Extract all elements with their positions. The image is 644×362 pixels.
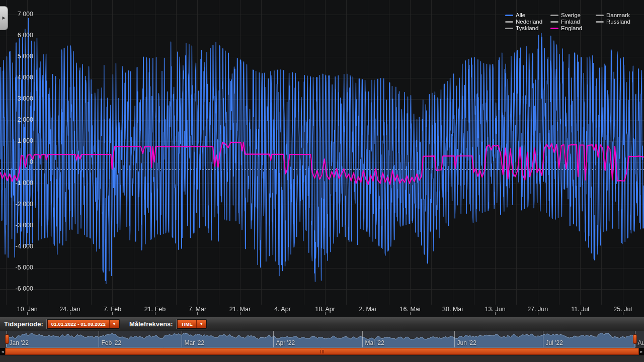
dropdown-arrow-icon: ▼ — [196, 320, 206, 328]
scroll-right-button[interactable]: ► — [639, 348, 644, 355]
x-axis-label: 10. Jan — [7, 306, 47, 313]
legend-label: England — [561, 25, 582, 31]
y-axis-label: -3 000 — [0, 222, 33, 229]
legend-column: AlleNederlandTyskland — [505, 12, 541, 31]
expand-panel-button[interactable]: ▶ — [0, 6, 8, 30]
malefrekvens-value: TIME — [178, 320, 197, 328]
bottom-strip — [0, 355, 644, 362]
navigator-left-handle[interactable] — [5, 334, 9, 344]
legend-marker — [505, 21, 513, 23]
y-axis-label: 3 000 — [0, 95, 33, 102]
navigator-month-label: Aug '22 — [638, 339, 644, 346]
legend-item-sverige[interactable]: Sverige — [550, 12, 587, 18]
navigator-month-label: Jul '22 — [546, 339, 563, 346]
legend-item-finland[interactable]: Finland — [550, 19, 587, 25]
navigator[interactable]: Jan '22Feb '22Mar '22Apr '22Mai '22Jun '… — [0, 331, 644, 348]
x-axis-label: 25. Jul — [603, 306, 643, 313]
legend-item-russland[interactable]: Russland — [596, 19, 632, 25]
navigator-month-label: Mar '22 — [185, 339, 205, 346]
y-axis-label: 0 — [0, 158, 33, 165]
scrollbar-thumb[interactable] — [5, 348, 639, 355]
legend-marker — [550, 28, 558, 29]
x-axis-label: 18. Apr — [305, 306, 345, 313]
y-axis-label: -4 000 — [0, 243, 33, 250]
legend-item-england[interactable]: England — [550, 25, 587, 31]
navigator-month-label: Mai '22 — [365, 339, 384, 346]
navigator-month-label: Feb '22 — [102, 339, 122, 346]
y-axis-label: 5 000 — [0, 53, 33, 60]
navigator-right-handle[interactable] — [633, 334, 637, 344]
y-axis-label: 6 000 — [0, 32, 33, 39]
legend-column: SverigeFinlandEngland — [550, 12, 587, 31]
x-axis-label: 16. Mai — [390, 306, 430, 313]
legend-label: Finland — [561, 19, 580, 25]
x-axis-label: 21. Mar — [220, 306, 260, 313]
dropdown-arrow-icon: ▼ — [109, 320, 119, 328]
legend-marker — [550, 21, 558, 23]
y-axis-label: 2 000 — [0, 116, 33, 123]
chart-region: 7 0006 0005 0004 0003 0002 0001 0000-1 0… — [0, 0, 644, 317]
malefrekvens-dropdown[interactable]: TIME ▼ — [177, 320, 207, 328]
navigator-month-label: Jan '22 — [10, 339, 29, 346]
x-axis-label: 13. Jun — [475, 306, 515, 313]
x-axis-label: 27. Jun — [518, 306, 558, 313]
chart-legend: AlleNederlandTysklandSverigeFinlandEngla… — [505, 12, 632, 31]
x-axis-label: 2. Mai — [348, 306, 388, 313]
y-axis-label: 1 000 — [0, 137, 33, 144]
legend-item-nederland[interactable]: Nederland — [505, 19, 541, 25]
y-axis-label: -6 000 — [0, 285, 33, 292]
scroll-left-button[interactable]: ◄ — [0, 348, 5, 355]
navigator-month-label: Jun '22 — [457, 339, 476, 346]
legend-label: Russland — [606, 19, 630, 25]
legend-marker — [505, 15, 513, 16]
malefrekvens-dropdown-frame: TIME ▼ — [176, 319, 208, 329]
x-axis-label: 21. Feb — [135, 306, 175, 313]
scroll-right-icon: ► — [640, 350, 643, 353]
x-axis-label: 24. Jan — [50, 306, 90, 313]
horizontal-scrollbar[interactable]: ◄ ► — [0, 348, 644, 355]
legend-label: Danmark — [606, 12, 630, 18]
legend-item-alle[interactable]: Alle — [505, 12, 541, 18]
x-axis-label: 7. Mar — [177, 306, 217, 313]
tidsperiode-value: 01.01.2022 - 01.08.2022 — [48, 320, 109, 328]
malefrekvens-label: Målefrekvens: — [129, 320, 173, 328]
legend-label: Sverige — [561, 12, 581, 18]
legend-label: Alle — [516, 12, 525, 18]
tidsperiode-dropdown[interactable]: 01.01.2022 - 01.08.2022 ▼ — [47, 320, 119, 328]
legend-label: Tyskland — [516, 25, 538, 31]
legend-marker — [596, 21, 604, 23]
legend-item-danmark[interactable]: Danmark — [596, 12, 632, 18]
x-axis-label: 30. Mai — [433, 306, 473, 313]
legend-column: DanmarkRussland — [596, 12, 632, 31]
expand-panel-icon: ▶ — [2, 16, 5, 20]
legend-item-tyskland[interactable]: Tyskland — [505, 25, 541, 31]
toolbar: Tidsperiode: 01.01.2022 - 01.08.2022 ▼ M… — [0, 317, 644, 331]
y-axis-label: -2 000 — [0, 201, 33, 208]
y-axis-label: -5 000 — [0, 264, 33, 271]
main-chart-canvas[interactable] — [0, 0, 644, 317]
legend-label: Nederland — [516, 19, 542, 25]
tidsperiode-label: Tidsperiode: — [4, 320, 43, 328]
x-axis-label: 11. Jul — [560, 306, 600, 313]
legend-marker — [550, 15, 558, 16]
scroll-left-icon: ◄ — [1, 350, 5, 353]
y-axis-label: -1 000 — [0, 179, 33, 187]
tidsperiode-dropdown-frame: 01.01.2022 - 01.08.2022 ▼ — [46, 319, 120, 329]
scrollbar-grip-icon — [320, 350, 324, 353]
x-axis-label: 7. Feb — [92, 306, 132, 313]
navigator-month-label: Apr '22 — [276, 339, 295, 346]
x-axis-label: 4. Apr — [263, 306, 303, 313]
legend-marker — [596, 15, 604, 16]
legend-marker — [505, 28, 513, 29]
y-axis-label: 4 000 — [0, 74, 33, 81]
